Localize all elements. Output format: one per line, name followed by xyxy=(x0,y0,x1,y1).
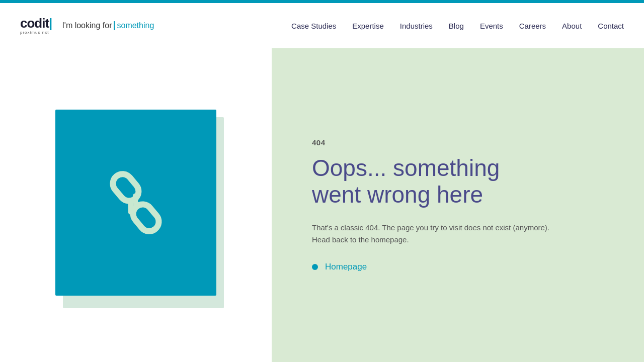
logo-sub: proximus nxt xyxy=(20,31,52,35)
nav: Case StudiesExpertiseIndustriesBlogEvent… xyxy=(291,22,624,30)
nav-item-industries[interactable]: Industries xyxy=(400,22,433,30)
homepage-link[interactable]: Homepage xyxy=(325,262,367,272)
nav-item-blog[interactable]: Blog xyxy=(449,22,464,30)
search-prefix: I'm looking for xyxy=(62,21,112,30)
error-content: 404 Oops... something went wrong here Th… xyxy=(312,138,553,273)
blue-card xyxy=(55,110,216,296)
error-description: That's a classic 404. The page you try t… xyxy=(312,222,553,246)
error-code: 404 xyxy=(312,138,553,147)
homepage-link-wrapper: Homepage xyxy=(312,262,553,272)
main: 404 Oops... something went wrong here Th… xyxy=(0,48,644,362)
nav-item-expertise[interactable]: Expertise xyxy=(352,22,384,30)
cursor xyxy=(114,21,115,30)
header: codit proximus nxt I'm looking for somet… xyxy=(0,3,644,48)
nav-item-about[interactable]: About xyxy=(562,22,582,30)
logo-text: codit xyxy=(20,17,52,30)
error-title: Oops... something went wrong here xyxy=(312,155,553,208)
nav-item-careers[interactable]: Careers xyxy=(519,22,546,30)
image-wrapper xyxy=(55,110,216,301)
right-panel: 404 Oops... something went wrong here Th… xyxy=(272,48,644,362)
dot-icon xyxy=(312,264,318,270)
search-phrase: I'm looking for something xyxy=(62,21,154,30)
left-panel xyxy=(0,48,272,362)
logo[interactable]: codit proximus nxt xyxy=(20,17,52,35)
header-left: codit proximus nxt I'm looking for somet… xyxy=(20,17,154,35)
nav-item-events[interactable]: Events xyxy=(480,22,503,30)
search-highlight: something xyxy=(117,21,154,30)
nav-item-contact[interactable]: Contact xyxy=(598,22,624,30)
nav-item-case-studies[interactable]: Case Studies xyxy=(291,22,336,30)
broken-link-icon xyxy=(96,162,176,243)
